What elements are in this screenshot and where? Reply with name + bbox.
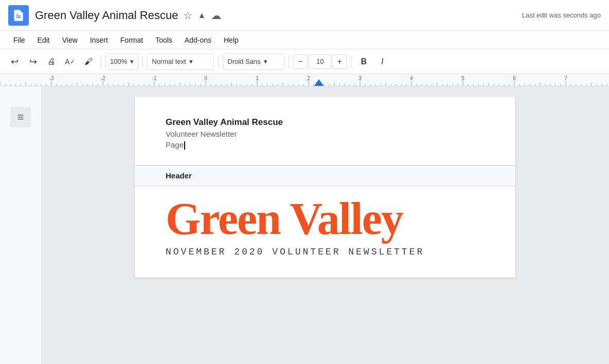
menu-help[interactable]: Help xyxy=(219,34,244,46)
paragraph-style-dropdown[interactable]: Normal text ▾ xyxy=(147,53,214,70)
zoom-control: 100% ▾ xyxy=(105,53,138,70)
undo-button[interactable]: ↩ xyxy=(6,53,23,70)
zoom-dropdown[interactable]: 100% ▾ xyxy=(105,53,138,70)
drive-icon[interactable]: ▲ xyxy=(198,11,206,20)
font-dropdown[interactable]: Droid Sans ▾ xyxy=(223,53,284,70)
font-size-value: 10 xyxy=(316,58,324,65)
paragraph-style-chevron-icon: ▾ xyxy=(189,58,193,65)
big-headline: Green Valley xyxy=(166,196,485,242)
ruler-canvas xyxy=(0,74,609,86)
zoom-chevron-icon: ▾ xyxy=(130,58,134,65)
increase-font-size-button[interactable]: + xyxy=(332,54,347,69)
main-area: ≡ Green Valley Animal Rescue Volunteer N… xyxy=(0,86,609,364)
font-size-control: − 10 + xyxy=(293,54,347,69)
separator-1 xyxy=(101,56,101,68)
menu-format[interactable]: Format xyxy=(115,34,148,46)
menu-tools[interactable]: Tools xyxy=(150,34,177,46)
menu-view[interactable]: View xyxy=(57,34,83,46)
print-button[interactable]: 🖨 xyxy=(43,53,60,70)
redo-button[interactable]: ↪ xyxy=(25,53,41,70)
doc-title-text[interactable]: Green Valley Animal Rescue xyxy=(35,9,178,22)
spellcheck-button[interactable]: A✓ xyxy=(62,53,78,70)
separator-5 xyxy=(351,56,351,68)
decrease-font-size-button[interactable]: − xyxy=(293,54,308,69)
separator-2 xyxy=(142,56,143,68)
star-icon[interactable]: ☆ xyxy=(183,9,192,22)
font-chevron-icon: ▾ xyxy=(264,58,267,65)
doc-content[interactable]: Green Valley NOVEMBER 2020 VOLUNTEER NEW… xyxy=(135,186,515,278)
font-value: Droid Sans xyxy=(227,58,260,65)
menu-bar: File Edit View Insert Format Tools Add-o… xyxy=(0,31,609,49)
menu-addons[interactable]: Add-ons xyxy=(180,34,217,46)
header-label-text: Header xyxy=(166,171,192,180)
cloud-icon[interactable]: ☁ xyxy=(211,9,221,22)
last-edit-status: Last edit was seconds ago xyxy=(522,11,601,19)
header-label-section: Header xyxy=(135,166,515,186)
sidebar: ≡ xyxy=(0,86,41,364)
title-area: Green Valley Animal Rescue ☆ ▲ ☁ xyxy=(35,9,522,22)
bold-button[interactable]: B xyxy=(355,53,372,70)
toolbar: ↩ ↪ 🖨 A✓ 🖌 100% ▾ Normal text ▾ Droid Sa… xyxy=(0,49,609,74)
toc-icon: ≡ xyxy=(17,111,24,124)
menu-insert[interactable]: Insert xyxy=(85,34,113,46)
page-header-section: Green Valley Animal Rescue Volunteer New… xyxy=(135,97,515,166)
text-cursor xyxy=(184,141,185,150)
page-document-title: Green Valley Animal Rescue xyxy=(166,117,485,128)
font-size-display[interactable]: 10 xyxy=(309,54,331,69)
page-cursor-line: Page xyxy=(166,140,485,150)
separator-3 xyxy=(218,56,219,68)
menu-edit[interactable]: Edit xyxy=(32,34,55,46)
doc-title: Green Valley Animal Rescue ☆ ▲ ☁ xyxy=(35,9,522,22)
paragraph-style-value: Normal text xyxy=(152,58,186,65)
page-subtitle: Volunteer Newsletter xyxy=(166,130,485,138)
title-bar: Green Valley Animal Rescue ☆ ▲ ☁ Last ed… xyxy=(0,0,609,31)
toc-button[interactable]: ≡ xyxy=(10,107,31,128)
doc-icon xyxy=(8,5,29,26)
italic-button[interactable]: I xyxy=(374,53,390,70)
zoom-value: 100% xyxy=(110,58,127,65)
page: Green Valley Animal Rescue Volunteer New… xyxy=(135,97,515,278)
document-area[interactable]: Green Valley Animal Rescue Volunteer New… xyxy=(41,86,609,364)
separator-4 xyxy=(289,56,289,68)
ruler xyxy=(0,74,609,86)
paint-format-button[interactable]: 🖌 xyxy=(80,53,97,70)
newsletter-subtitle-text: NOVEMBER 2020 VOLUNTEER NEWSLETTER xyxy=(166,247,485,257)
menu-file[interactable]: File xyxy=(8,34,30,46)
